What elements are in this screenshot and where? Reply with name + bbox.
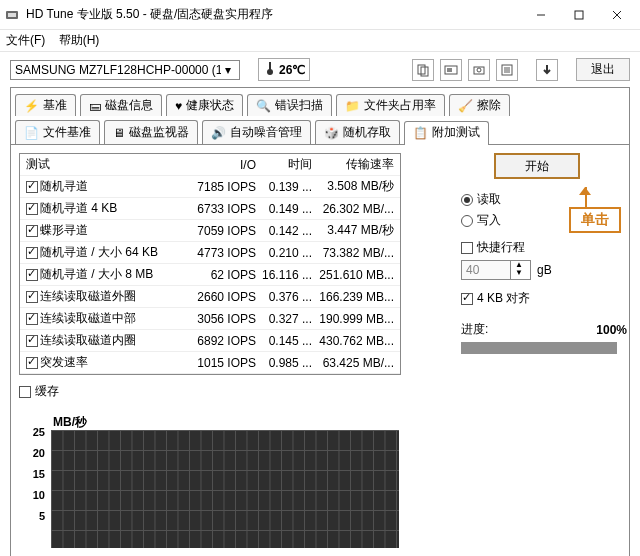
table-row[interactable]: 随机寻道 / 大小 8 MB62 IOPS16.116 ...251.610 M… <box>20 264 400 286</box>
menubar: 文件(F) 帮助(H) <box>0 30 640 52</box>
app-icon <box>4 7 20 23</box>
col-io[interactable]: I/O <box>180 158 260 172</box>
row-rate: 430.762 MB... <box>316 334 400 348</box>
exit-button[interactable]: 退出 <box>576 58 630 81</box>
row-checkbox[interactable] <box>26 291 38 303</box>
tab-content-extratests: 测试 I/O 时间 传输速率 随机寻道7185 IOPS0.139 ...3.5… <box>11 144 629 556</box>
align4kb-row: 4 KB 对齐 <box>461 290 627 307</box>
tab-erase[interactable]: 🧹擦除 <box>449 94 510 116</box>
write-label: 写入 <box>477 212 501 229</box>
table-row[interactable]: 突发速率1015 IOPS0.985 ...63.425 MB/... <box>20 352 400 374</box>
svg-point-7 <box>267 69 273 75</box>
row-name: 随机寻道 / 大小 64 KB <box>40 244 158 261</box>
tab-diskinfo[interactable]: 🖴磁盘信息 <box>80 94 162 116</box>
row-time: 0.376 ... <box>260 290 316 304</box>
search-icon: 🔍 <box>256 99 271 113</box>
chart-yaxis: 25 20 15 10 5 <box>19 426 47 548</box>
results-header: 测试 I/O 时间 传输速率 <box>20 154 400 176</box>
row-checkbox[interactable] <box>26 181 38 193</box>
row-rate: 251.610 MB... <box>316 268 400 282</box>
row-rate: 3.508 MB/秒 <box>316 178 400 195</box>
row-io: 7185 IOPS <box>180 180 260 194</box>
row-rate: 190.999 MB... <box>316 312 400 326</box>
table-row[interactable]: 连续读取磁道内圈6892 IOPS0.145 ...430.762 MB... <box>20 330 400 352</box>
erase-icon: 🧹 <box>458 99 473 113</box>
row-checkbox[interactable] <box>26 269 38 281</box>
shortstroke-checkbox[interactable] <box>461 242 473 254</box>
progress-label: 进度: <box>461 321 488 338</box>
align4kb-checkbox[interactable] <box>461 293 473 305</box>
folder-icon: 📁 <box>345 99 360 113</box>
menu-file[interactable]: 文件(F) <box>6 33 45 47</box>
col-time[interactable]: 时间 <box>260 156 316 173</box>
row-checkbox[interactable] <box>26 247 38 259</box>
maximize-button[interactable] <box>560 1 598 29</box>
toolbar-camera-icon[interactable] <box>468 59 490 81</box>
table-row[interactable]: 蝶形寻道7059 IOPS0.142 ...3.447 MB/秒 <box>20 220 400 242</box>
table-row[interactable]: 随机寻道7185 IOPS0.139 ...3.508 MB/秒 <box>20 176 400 198</box>
speaker-icon: 🔊 <box>211 126 226 140</box>
toolbar: SAMSUNG MZ7LF128HCHP-00000 (128 g ▾ 26℃ … <box>0 52 640 87</box>
tab-diskmonitor[interactable]: 🖥磁盘监视器 <box>104 120 198 144</box>
row-name: 连续读取磁道外圈 <box>40 288 136 305</box>
row-checkbox[interactable] <box>26 313 38 325</box>
row-io: 7059 IOPS <box>180 224 260 238</box>
tab-extratests[interactable]: 📋附加测试 <box>404 121 489 145</box>
shortstroke-input <box>462 261 510 279</box>
spin-down-icon[interactable]: ▼ <box>511 269 527 277</box>
shortstroke-spin[interactable]: ▲▼ <box>461 260 531 280</box>
table-row[interactable]: 随机寻道 / 大小 64 KB4773 IOPS0.210 ...73.382 … <box>20 242 400 264</box>
row-rate: 166.239 MB... <box>316 290 400 304</box>
tab-benchmark[interactable]: ⚡基准 <box>15 94 76 116</box>
row-time: 16.116 ... <box>260 268 316 282</box>
row-checkbox[interactable] <box>26 335 38 347</box>
table-row[interactable]: 连续读取磁道中部3056 IOPS0.327 ...190.999 MB... <box>20 308 400 330</box>
tab-health[interactable]: ♥健康状态 <box>166 94 243 116</box>
tab-randomaccess[interactable]: 🎲随机存取 <box>315 120 400 144</box>
row-io: 3056 IOPS <box>180 312 260 326</box>
row-checkbox[interactable] <box>26 203 38 215</box>
row-name: 突发速率 <box>40 354 88 371</box>
tab-filebenchmark[interactable]: 📄文件基准 <box>15 120 100 144</box>
disk-info-icon: 🖴 <box>89 99 101 113</box>
file-icon: 📄 <box>24 126 39 140</box>
toolbar-copy-icon[interactable] <box>412 59 434 81</box>
svg-rect-1 <box>8 13 16 17</box>
col-rate[interactable]: 传输速率 <box>316 156 400 173</box>
row-time: 0.985 ... <box>260 356 316 370</box>
row-checkbox[interactable] <box>26 225 38 237</box>
row-name: 连续读取磁道内圈 <box>40 332 136 349</box>
col-test[interactable]: 测试 <box>20 156 180 173</box>
tab-errorscan[interactable]: 🔍错误扫描 <box>247 94 332 116</box>
write-radio[interactable] <box>461 215 473 227</box>
close-button[interactable] <box>598 1 636 29</box>
toolbar-options-icon[interactable] <box>496 59 518 81</box>
table-row[interactable]: 连续读取磁道外圈2660 IOPS0.376 ...166.239 MB... <box>20 286 400 308</box>
toolbar-save-icon[interactable] <box>536 59 558 81</box>
row-time: 0.149 ... <box>260 202 316 216</box>
shortstroke-label: 快捷行程 <box>477 239 525 256</box>
svg-rect-3 <box>575 11 583 19</box>
device-select[interactable]: SAMSUNG MZ7LF128HCHP-00000 (128 g ▾ <box>10 60 240 80</box>
cache-label: 缓存 <box>35 383 59 400</box>
row-time: 0.327 ... <box>260 312 316 326</box>
row-name: 连续读取磁道中部 <box>40 310 136 327</box>
thermometer-icon <box>263 61 277 78</box>
row-io: 62 IOPS <box>180 268 260 282</box>
row-rate: 63.425 MB/... <box>316 356 400 370</box>
lightning-icon: ⚡ <box>24 99 39 113</box>
monitor-icon: 🖥 <box>113 126 125 140</box>
toolbar-screenshot-icon[interactable] <box>440 59 462 81</box>
tab-folderusage[interactable]: 📁文件夹占用率 <box>336 94 445 116</box>
row-rate: 26.302 MB/... <box>316 202 400 216</box>
start-button[interactable]: 开始 <box>494 153 580 179</box>
minimize-button[interactable] <box>522 1 560 29</box>
table-row[interactable]: 随机寻道 4 KB6733 IOPS0.149 ...26.302 MB/... <box>20 198 400 220</box>
tab-aam[interactable]: 🔊自动噪音管理 <box>202 120 311 144</box>
menu-help[interactable]: 帮助(H) <box>59 33 100 47</box>
cache-checkbox[interactable] <box>19 386 31 398</box>
row-checkbox[interactable] <box>26 357 38 369</box>
read-label: 读取 <box>477 191 501 208</box>
read-radio[interactable] <box>461 194 473 206</box>
chart-ylabel: MB/秒 <box>53 414 87 431</box>
